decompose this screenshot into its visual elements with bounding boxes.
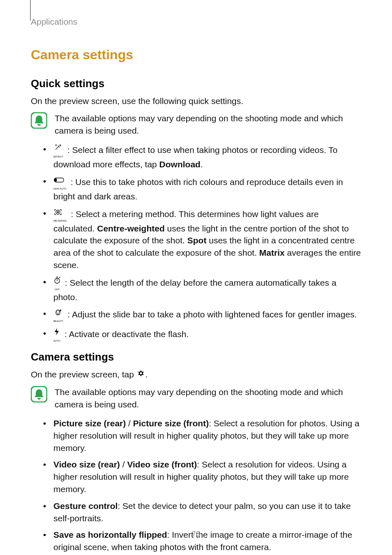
svg-point-2 — [54, 179, 57, 181]
list-item-text: / — [120, 460, 127, 469]
note-row: The available options may vary depending… — [31, 112, 361, 137]
effect-icon: EFFECT — [53, 143, 63, 158]
list-item: Picture size (rear) / Picture size (fron… — [41, 417, 361, 454]
list-item-bold: Matrix — [259, 248, 285, 257]
icon-sublabel: AUTO — [53, 340, 60, 342]
list-item-bold: Video size (front) — [127, 460, 197, 469]
list-item-text: : Activate or deactivate the flash. — [62, 329, 189, 339]
section-title: Camera settings — [31, 47, 361, 62]
icon-sublabel: OFF — [53, 288, 61, 291]
svg-point-4 — [58, 211, 59, 213]
svg-point-7 — [140, 372, 142, 374]
note-bell-icon — [31, 112, 47, 130]
list-item: EFFECT : Select a filter effect to use w… — [41, 143, 361, 171]
gear-icon — [137, 368, 145, 381]
list-item-text: : Use this to take photos with rich colo… — [53, 177, 343, 201]
list-item-text: . — [201, 160, 203, 169]
list-item-bold: Gesture control — [53, 501, 118, 511]
camera-settings-heading: Camera settings — [31, 351, 361, 363]
icon-sublabel: BEAUTY — [53, 320, 64, 322]
intro-text-pre: On the preview screen, tap — [31, 370, 136, 379]
list-item: Video size (rear) / Video size (front): … — [41, 458, 361, 495]
list-item-text: : Select the length of the delay before … — [53, 278, 337, 302]
list-item: OFF : Select the length of the delay bef… — [41, 276, 361, 303]
page-number: 76 — [0, 530, 392, 539]
list-item: HDR AUTO : Use this to take photos with … — [41, 175, 361, 203]
page-edge-line — [30, 0, 31, 21]
list-item: BEAUTY : Adjust the slide bar to take a … — [41, 308, 361, 323]
timer-icon: OFF — [53, 275, 61, 291]
breadcrumb: Applications — [31, 17, 361, 27]
intro-text-post: . — [145, 370, 148, 379]
list-item: AUTO : Activate or deactivate the flash. — [41, 327, 361, 342]
quick-settings-list: EFFECT : Select a filter effect to use w… — [31, 143, 361, 342]
note-row: The available options may vary depending… — [31, 386, 361, 411]
list-item-bold: Video size (rear) — [53, 460, 120, 469]
note-bell-icon — [31, 386, 47, 404]
quick-settings-heading: Quick settings — [31, 77, 361, 90]
list-item-text: / — [126, 419, 133, 428]
icon-sublabel: METERING — [53, 220, 67, 222]
list-item: METERING : Select a metering method. Thi… — [41, 207, 361, 271]
list-item-bold: Picture size (front) — [133, 419, 209, 428]
icon-sublabel: HDR AUTO — [53, 187, 67, 190]
hdr-icon: HDR AUTO — [53, 175, 67, 190]
list-item-bold: Centre-weighted — [97, 224, 165, 233]
camera-settings-intro: On the preview screen, tap . — [31, 368, 361, 381]
icon-sublabel: EFFECT — [53, 155, 63, 158]
list-item-text: : Adjust the slide bar to take a photo w… — [65, 310, 357, 319]
list-item-bold: Picture size (rear) — [53, 419, 126, 428]
beauty-icon: BEAUTY — [53, 307, 64, 322]
flash-icon: AUTO — [53, 327, 60, 342]
list-item: Gesture control: Set the device to detec… — [41, 500, 361, 525]
metering-icon: METERING — [53, 207, 67, 222]
note-text: The available options may vary depending… — [55, 386, 361, 411]
list-item-bold: Download — [159, 160, 201, 169]
list-item-bold: Spot — [187, 236, 207, 245]
note-text: The available options may vary depending… — [55, 112, 361, 137]
quick-settings-intro: On the preview screen, use the following… — [31, 95, 361, 107]
page: Applications Camera settings Quick setti… — [0, 0, 392, 555]
